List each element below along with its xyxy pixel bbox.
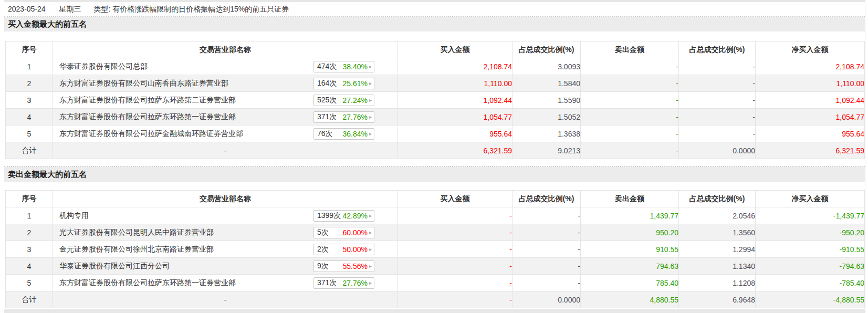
net-amount: -950.20 (756, 224, 865, 241)
lhb-count-badge[interactable]: 1399次 42.89% ▸ (313, 210, 374, 222)
col-header-buy: 买入金额 (398, 191, 513, 207)
appearance-count: 2次 (317, 245, 329, 254)
total-buy-ratio: 0.0000 (513, 291, 581, 308)
lhb-count-badge[interactable]: 2次 50.00% ▸ (313, 244, 374, 255)
sell-ratio: - (679, 58, 756, 75)
lhb-count-badge[interactable]: 5次 60.00% ▸ (313, 227, 374, 238)
sell-amount: - (581, 126, 679, 142)
win-rate: 60.00% (342, 228, 367, 237)
total-row: 合计 - - 0.0000 4,880.55 6.9648 -4,880.55 (6, 291, 865, 308)
table-row: 5 东方财富证券股份有限公司拉萨东环路第一证券营业部 371次 27.76% ▸… (6, 275, 865, 291)
sell-ratio: 1.2994 (679, 241, 756, 258)
buy-amount: 2,108.74 (398, 58, 513, 75)
buy-ratio: - (513, 275, 581, 291)
buy-ratio: 1.5840 (513, 75, 581, 92)
buy-amount: 1,092.44 (398, 92, 513, 109)
rank-cell: 3 (6, 92, 53, 109)
chevron-right-icon: ▸ (369, 213, 372, 218)
chevron-right-icon: ▸ (369, 131, 372, 137)
list-type-label: 类型: 有价格涨跌幅限制的日价格振幅达到15%的前五只证券 (93, 5, 289, 13)
lhb-count-badge[interactable]: 371次 27.76% ▸ (313, 277, 374, 289)
table-row: 2 东方财富证券股份有限公司山南香曲东路证券营业部 164次 25.61% ▸ … (6, 75, 865, 92)
buy-amount: - (398, 241, 513, 258)
bottom-section-strip (4, 309, 865, 313)
chevron-right-icon: ▸ (369, 98, 372, 103)
section-title-text: 卖出金额最大的前五名 (8, 170, 87, 179)
total-sell-ratio: 0.0000 (679, 142, 756, 159)
win-rate: 42.89% (342, 212, 367, 220)
buy-amount: - (398, 275, 513, 291)
table-row: 4 华泰证券股份有限公司江西分公司 9次 55.56% ▸ - - 794.63… (6, 258, 865, 275)
chevron-right-icon: ▸ (369, 230, 372, 235)
appearance-count: 1399次 (317, 211, 341, 221)
net-amount: -794.63 (756, 258, 865, 275)
table-row: 1 机构专用 1399次 42.89% ▸ - - 1,439.77 2.054… (6, 207, 865, 224)
net-amount: -1,439.77 (756, 207, 865, 224)
buy-top5-table: 序号 交易营业部名称 买入金额 占总成交比例(%) 卖出金额 占总成交比例(%)… (5, 41, 865, 159)
lhb-count-badge[interactable]: 371次 27.76% ▸ (313, 111, 374, 123)
branch-name-link[interactable]: 东方财富证券股份有限公司拉萨东环路第一证券营业部 (59, 278, 236, 288)
table-row: 2 光大证券股份有限公司昆明人民中路证券营业部 5次 60.00% ▸ - - … (6, 224, 865, 241)
win-rate: 55.56% (342, 262, 367, 270)
branch-name-link[interactable]: 机构专用 (59, 211, 89, 221)
total-net-amount: 6,321.59 (756, 142, 865, 159)
table-header-row: 序号 交易营业部名称 买入金额 占总成交比例(%) 卖出金额 占总成交比例(%)… (6, 191, 865, 207)
appearance-count: 5次 (317, 228, 329, 237)
buy-amount: 955.64 (398, 126, 513, 142)
sell-amount: 910.55 (581, 241, 679, 258)
buy-ratio: 1.5052 (513, 109, 581, 126)
lhb-count-badge[interactable]: 9次 55.56% ▸ (313, 260, 374, 272)
table-row: 1 华泰证券股份有限公司总部 474次 38.40% ▸ 2,108.74 3.… (6, 58, 865, 75)
branch-name-link[interactable]: 东方财富证券股份有限公司拉萨东环路第二证券营业部 (59, 96, 236, 105)
col-header-branch: 交易营业部名称 (53, 191, 398, 207)
info-bar: 2023-05-24 星期三 类型: 有价格涨跌幅限制的日价格振幅达到15%的前… (4, 2, 865, 16)
sell-amount: - (581, 58, 679, 75)
sell-ratio: 1.1208 (679, 275, 756, 291)
branch-name-link[interactable]: 华泰证券股份有限公司总部 (59, 62, 148, 71)
total-row: 合计 - 6,321.59 9.0213 - 0.0000 6,321.59 (6, 142, 865, 159)
sell-amount: - (581, 92, 679, 109)
rank-cell: 4 (6, 258, 53, 275)
sell-ratio: - (679, 109, 756, 126)
total-sell-amount: - (581, 142, 679, 159)
branch-name-link[interactable]: 东方财富证券股份有限公司山南香曲东路证券营业部 (59, 79, 228, 88)
col-header-seq: 序号 (6, 41, 53, 58)
total-buy-ratio: 9.0213 (513, 142, 581, 159)
buy-ratio: 3.0093 (513, 58, 581, 75)
rank-cell: 2 (6, 224, 53, 241)
total-label: 合计 (6, 142, 53, 159)
branch-name-link[interactable]: 东方财富证券股份有限公司拉萨金融城南环路证券营业部 (59, 129, 243, 139)
lhb-count-badge[interactable]: 474次 38.40% ▸ (313, 61, 374, 72)
appearance-count: 76次 (317, 129, 333, 139)
buy-amount: - (398, 258, 513, 275)
col-header-buy: 买入金额 (398, 41, 513, 58)
net-amount: 1,054.77 (756, 109, 865, 126)
buy-amount: 1,110.00 (398, 75, 513, 92)
buy-amount: - (398, 224, 513, 241)
lhb-count-badge[interactable]: 76次 36.84% ▸ (313, 128, 374, 140)
weekday-label: 星期三 (59, 5, 81, 13)
col-header-sell: 卖出金额 (581, 191, 679, 207)
branch-name-link[interactable]: 光大证券股份有限公司昆明人民中路证券营业部 (59, 228, 214, 237)
lhb-count-badge[interactable]: 164次 25.61% ▸ (313, 78, 374, 89)
branch-name-link[interactable]: 东方财富证券股份有限公司拉萨东环路第一证券营业部 (59, 112, 236, 122)
branch-name-link[interactable]: 华泰证券股份有限公司江西分公司 (59, 262, 170, 271)
win-rate: 25.61% (342, 79, 367, 88)
total-label: 合计 (6, 291, 53, 308)
sell-top5-table: 序号 交易营业部名称 买入金额 占总成交比例(%) 卖出金额 占总成交比例(%)… (5, 190, 865, 308)
section-title-sell: 卖出金额最大的前五名 (4, 167, 865, 182)
col-header-buy-ratio: 占总成交比例(%) (513, 191, 581, 207)
sell-ratio: - (679, 126, 756, 142)
buy-ratio: 1.3638 (513, 126, 581, 142)
win-rate: 27.76% (342, 279, 367, 287)
col-header-seq: 序号 (6, 191, 53, 207)
rank-cell: 2 (6, 75, 53, 92)
chevron-right-icon: ▸ (369, 114, 372, 120)
net-amount: 2,108.74 (756, 58, 865, 75)
buy-amount: - (398, 207, 513, 224)
branch-name-link[interactable]: 金元证券股份有限公司徐州北京南路证券营业部 (59, 245, 214, 254)
sell-ratio: - (679, 75, 756, 92)
lhb-count-badge[interactable]: 525次 27.24% ▸ (313, 95, 374, 106)
net-amount: -910.55 (756, 241, 865, 258)
total-branch-placeholder: - (53, 291, 398, 308)
